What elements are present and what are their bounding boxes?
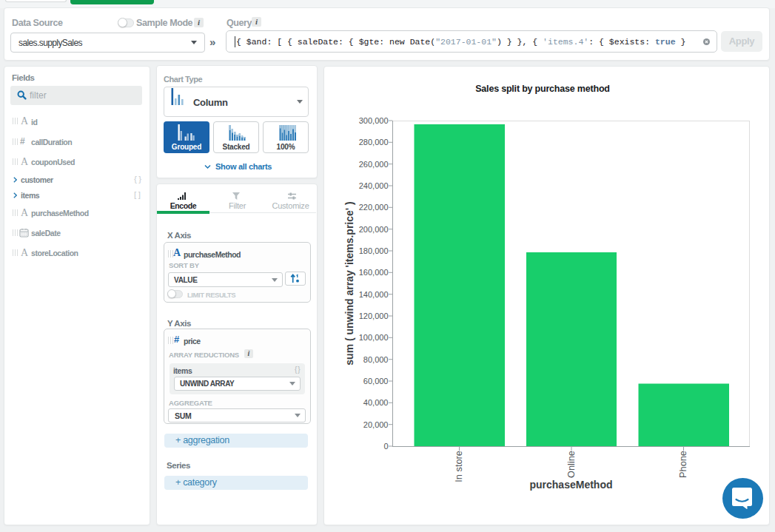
svg-text:280,000: 280,000 bbox=[359, 138, 389, 147]
svg-text:120,000: 120,000 bbox=[359, 312, 389, 320]
svg-text:0: 0 bbox=[383, 442, 388, 451]
svg-text:Online: Online bbox=[566, 451, 577, 478]
svg-text:Phone: Phone bbox=[677, 451, 688, 478]
svg-text:200,000: 200,000 bbox=[359, 225, 389, 234]
svg-text:100,000: 100,000 bbox=[359, 333, 389, 342]
svg-text:Sales split by purchase method: Sales split by purchase method bbox=[475, 84, 610, 94]
svg-text:240,000: 240,000 bbox=[359, 181, 389, 190]
svg-text:60,000: 60,000 bbox=[363, 377, 389, 385]
svg-text:80,000: 80,000 bbox=[363, 355, 389, 364]
svg-text:160,000: 160,000 bbox=[359, 268, 389, 277]
svg-text:20,000: 20,000 bbox=[363, 420, 389, 429]
svg-text:140,000: 140,000 bbox=[359, 290, 389, 299]
svg-text:220,000: 220,000 bbox=[359, 203, 389, 212]
svg-text:purchaseMethod: purchaseMethod bbox=[529, 479, 612, 491]
svg-text:260,000: 260,000 bbox=[359, 160, 389, 169]
svg-text:sum ( unwind array 'items.pric: sum ( unwind array 'items.price' ) bbox=[343, 201, 355, 365]
svg-text:300,000: 300,000 bbox=[359, 116, 389, 125]
svg-text:In store: In store bbox=[453, 451, 464, 482]
svg-text:40,000: 40,000 bbox=[363, 398, 389, 407]
svg-text:180,000: 180,000 bbox=[359, 246, 389, 255]
